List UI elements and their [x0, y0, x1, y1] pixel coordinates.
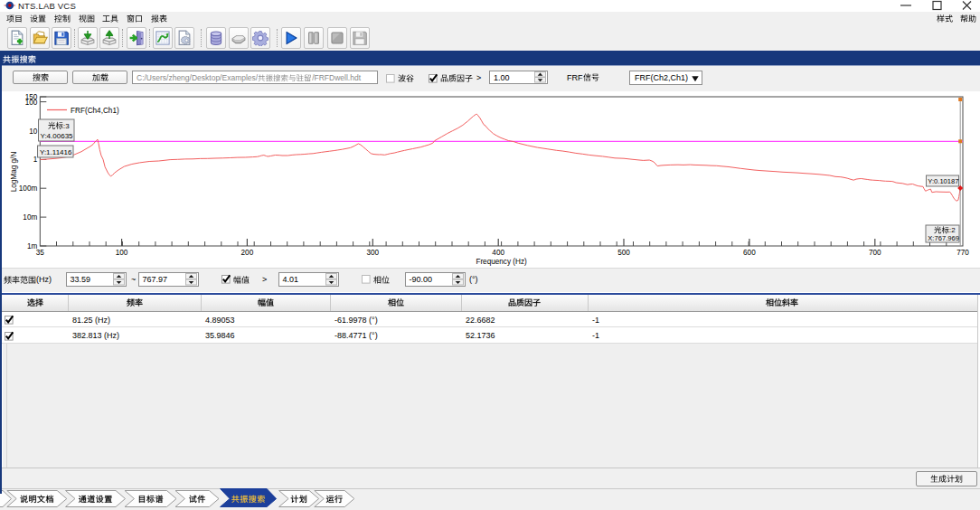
svg-text:X:767.969: X:767.969: [928, 234, 959, 242]
svg-text:100: 100: [25, 99, 38, 107]
svg-text:700: 700: [869, 249, 881, 257]
svg-text:100: 100: [116, 249, 128, 257]
svg-text:1: 1: [33, 156, 38, 164]
svg-text:Y:1.11416: Y:1.11416: [40, 148, 72, 156]
svg-text:400: 400: [492, 249, 504, 257]
svg-text:10m: 10m: [23, 213, 37, 222]
svg-text:Y:4.00635: Y:4.00635: [41, 132, 74, 140]
svg-text:300: 300: [366, 249, 379, 257]
svg-text:FRF(Ch4,Ch1): FRF(Ch4,Ch1): [71, 107, 119, 115]
svg-text:600: 600: [743, 249, 756, 257]
svg-text:LogMag g/N: LogMag g/N: [10, 152, 18, 193]
svg-text:10: 10: [29, 128, 38, 136]
svg-text:100m: 100m: [19, 184, 38, 193]
svg-text:770: 770: [956, 249, 969, 257]
svg-text:35: 35: [36, 249, 45, 257]
svg-text:Y:0.10187: Y:0.10187: [928, 177, 958, 185]
svg-text::3: :3: [63, 122, 70, 130]
svg-text:Frequency (Hz): Frequency (Hz): [476, 258, 527, 266]
svg-text:200: 200: [241, 249, 254, 257]
svg-text:500: 500: [617, 249, 630, 257]
